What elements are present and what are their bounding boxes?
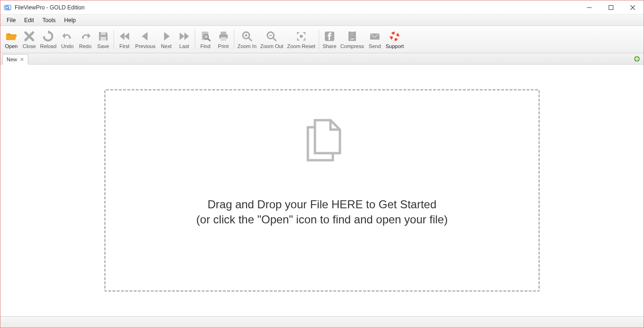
print-label: Print [218, 43, 229, 49]
share-button[interactable]: Share [321, 27, 339, 52]
close-button[interactable]: Close [20, 27, 38, 52]
reload-icon [41, 30, 55, 43]
last-icon [178, 30, 191, 43]
tab-strip: New ✕ [0, 53, 644, 65]
compress-button[interactable]: ZIP Compress [339, 27, 366, 52]
svg-rect-12 [221, 32, 226, 34]
menu-bar: File Edit Tools Help [0, 15, 644, 26]
svg-rect-28 [351, 35, 353, 36]
tab-label: New [7, 57, 17, 62]
svg-rect-4 [609, 5, 613, 9]
reload-label: Reload [40, 43, 57, 49]
zoom-reset-label: Zoom Reset [287, 43, 315, 49]
lifebuoy-icon [388, 30, 401, 43]
svg-rect-7 [101, 32, 106, 35]
dropzone-text-line2: (or click the "Open" icon to find and op… [196, 213, 447, 226]
next-label: Next [161, 43, 172, 49]
share-label: Share [322, 43, 336, 49]
zip-icon: ZIP [346, 30, 359, 43]
save-label: Save [97, 43, 109, 49]
svg-line-11 [208, 39, 210, 41]
window-controls [578, 0, 644, 15]
svg-rect-8 [100, 37, 106, 41]
previous-button[interactable]: Previous [133, 27, 157, 52]
first-icon [118, 30, 131, 43]
toolbar-separator [114, 30, 114, 49]
menu-tools[interactable]: Tools [38, 16, 60, 25]
tab-close-icon[interactable]: ✕ [20, 57, 24, 62]
toolbar-separator [319, 30, 319, 49]
svg-rect-27 [351, 33, 353, 34]
zoom-out-button[interactable]: Zoom Out [258, 27, 285, 52]
zoom-in-label: Zoom In [238, 43, 256, 49]
save-button[interactable]: Save [94, 27, 112, 52]
maximize-button[interactable] [600, 0, 622, 15]
zoom-in-icon [240, 30, 254, 43]
previous-label: Previous [135, 43, 156, 49]
window-title: FileViewPro - GOLD Edition [15, 4, 85, 11]
zoom-reset-button[interactable]: Zoom Reset [285, 27, 317, 52]
undo-icon [61, 30, 74, 43]
send-button[interactable]: Send [366, 27, 384, 52]
close-window-button[interactable] [622, 0, 644, 15]
minimize-button[interactable] [578, 0, 600, 15]
close-label: Close [23, 43, 36, 49]
toolbar: Open Close Reload Undo Redo Save First P… [0, 26, 644, 53]
zoom-out-label: Zoom Out [260, 43, 283, 49]
svg-rect-22 [300, 35, 303, 38]
x-icon [23, 30, 36, 43]
zoom-reset-icon [295, 30, 308, 43]
undo-label: Undo [61, 43, 74, 49]
zoom-out-icon [265, 30, 278, 43]
print-button[interactable]: Print [215, 27, 232, 52]
dropzone-text-line1: Drag and Drop your File HERE to Get Star… [207, 198, 437, 211]
open-label: Open [5, 43, 18, 49]
first-label: First [119, 43, 129, 49]
last-button[interactable]: Last [175, 27, 193, 52]
app-icon [3, 3, 12, 12]
support-label: Support [386, 43, 404, 49]
redo-label: Redo [79, 43, 91, 49]
drop-zone[interactable]: Drag and Drop your File HERE to Get Star… [104, 89, 540, 292]
facebook-icon [323, 30, 336, 43]
compress-label: Compress [340, 43, 364, 49]
find-button[interactable]: Find [197, 27, 215, 52]
menu-file[interactable]: File [2, 16, 20, 25]
next-icon [160, 30, 173, 43]
send-label: Send [369, 43, 381, 49]
svg-line-16 [248, 38, 252, 41]
reload-button[interactable]: Reload [38, 27, 58, 52]
toolbar-separator [195, 30, 195, 49]
support-button[interactable]: Support [384, 27, 406, 52]
find-label: Find [200, 43, 210, 49]
save-icon [97, 30, 110, 43]
mail-icon [368, 30, 381, 43]
tab-new[interactable]: New ✕ [2, 54, 28, 65]
first-button[interactable]: First [116, 27, 133, 52]
documents-icon [296, 113, 348, 165]
print-icon [217, 30, 230, 43]
svg-rect-26 [351, 32, 353, 33]
find-icon [199, 30, 212, 43]
svg-line-20 [273, 38, 276, 41]
folder-open-icon [5, 30, 18, 43]
content-area: Drag and Drop your File HERE to Get Star… [0, 65, 644, 316]
zoom-in-button[interactable]: Zoom In [236, 27, 258, 52]
status-bar [0, 316, 644, 328]
title-bar: FileViewPro - GOLD Edition [0, 0, 644, 15]
redo-icon [79, 30, 92, 43]
menu-help[interactable]: Help [60, 16, 80, 25]
undo-button[interactable]: Undo [58, 27, 76, 52]
next-button[interactable]: Next [157, 27, 175, 52]
svg-text:ZIP: ZIP [350, 38, 354, 41]
open-button[interactable]: Open [2, 27, 20, 52]
redo-button[interactable]: Redo [76, 27, 94, 52]
svg-rect-14 [221, 37, 226, 41]
menu-edit[interactable]: Edit [20, 16, 38, 25]
previous-icon [139, 30, 152, 43]
last-label: Last [179, 43, 189, 49]
toolbar-separator [234, 30, 234, 49]
add-tab-button[interactable] [633, 55, 641, 63]
